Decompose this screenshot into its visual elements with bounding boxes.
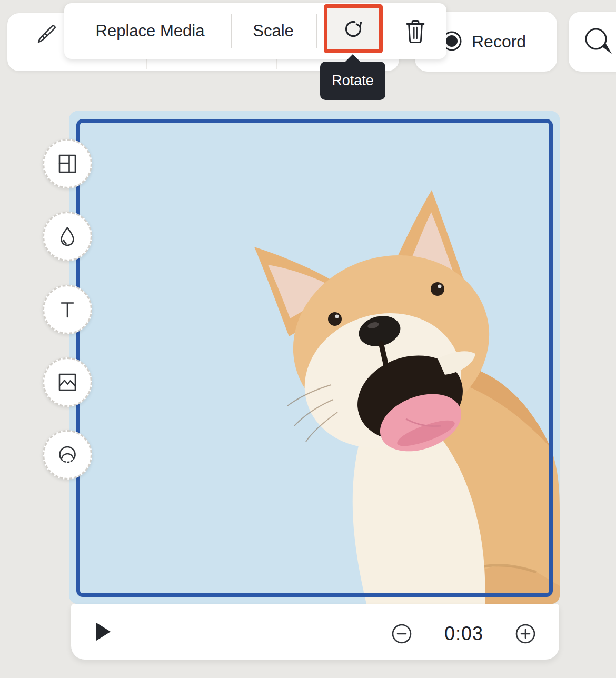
toolbar-divider <box>231 14 232 48</box>
minus-icon[interactable] <box>390 622 413 645</box>
image-icon <box>55 370 80 395</box>
tooltip-label: Rotate <box>332 73 374 88</box>
toolbar-divider <box>316 14 317 48</box>
droplet-icon <box>55 224 80 249</box>
rotate-tooltip: Rotate <box>320 62 385 100</box>
context-toolbar: Replace Media Scale <box>64 3 446 59</box>
search-button[interactable] <box>569 12 616 72</box>
canvas-media[interactable] <box>69 111 560 604</box>
player-bar: 0:03 <box>71 604 559 660</box>
text-icon <box>55 297 80 322</box>
rotate-icon <box>342 17 365 41</box>
side-tool-filter[interactable] <box>43 212 92 261</box>
side-tool-text[interactable] <box>43 285 92 334</box>
paintbrush-icon[interactable] <box>27 21 61 54</box>
record-label: Record <box>472 12 526 72</box>
search-icon <box>582 25 616 69</box>
replace-media-button[interactable]: Replace Media <box>80 3 220 59</box>
side-tool-collage[interactable] <box>43 139 92 188</box>
rotate-button[interactable] <box>324 4 383 53</box>
tooltip-arrow <box>345 54 361 62</box>
dog-photo <box>69 111 560 604</box>
scale-button[interactable]: Scale <box>238 3 309 59</box>
side-tool-sticker[interactable] <box>43 430 92 480</box>
plus-icon[interactable] <box>514 622 537 645</box>
side-tool-media[interactable] <box>43 357 92 407</box>
collage-icon <box>55 151 80 176</box>
play-icon[interactable] <box>96 623 111 641</box>
video-editor-app: 0:03 <box>0 0 616 678</box>
sticker-icon <box>55 442 80 467</box>
trash-icon[interactable] <box>405 18 426 44</box>
duration-value: 0:03 <box>422 622 506 645</box>
